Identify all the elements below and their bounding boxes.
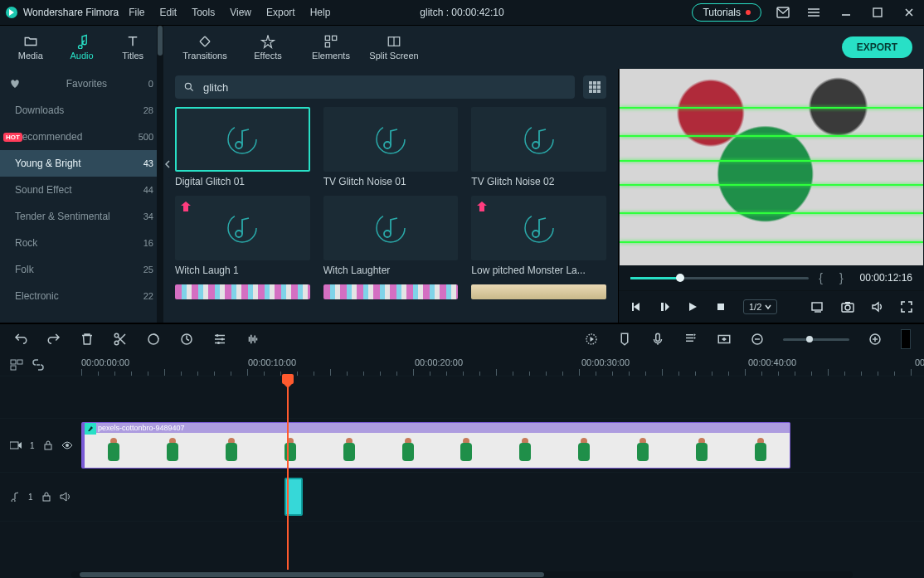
stop-icon[interactable] <box>715 301 727 313</box>
tab-elements[interactable]: Elements <box>301 34 361 61</box>
category-count: 25 <box>143 265 153 274</box>
asset-partial[interactable] <box>471 284 606 299</box>
window-close-icon[interactable] <box>899 2 919 22</box>
render-icon[interactable] <box>584 332 599 347</box>
play-pause-icon[interactable] <box>659 301 670 313</box>
prev-frame-icon[interactable] <box>630 301 642 313</box>
menu-tools[interactable]: Tools <box>192 7 215 18</box>
category-item[interactable]: Sound Effect44 <box>0 177 163 203</box>
category-item[interactable]: Rock16 <box>0 230 163 256</box>
asset-item[interactable]: Digital Glitch 01 <box>175 107 310 187</box>
undo-icon[interactable] <box>13 332 28 347</box>
menu-view[interactable]: View <box>230 7 251 18</box>
download-badge-icon <box>180 201 192 212</box>
app-name: Wondershare Filmora <box>23 7 119 18</box>
window-minimize-icon[interactable] <box>836 2 856 22</box>
timeline-ruler[interactable]: 00:00:00:0000:00:10:0000:00:20:0000:00:3… <box>81 354 924 376</box>
category-item[interactable]: Young & Bright43 <box>0 150 163 177</box>
sidebar-scrollbar[interactable] <box>157 26 163 323</box>
tab-titles[interactable]: Titles <box>107 34 158 61</box>
mark-in-out-icon[interactable]: { } <box>819 271 849 284</box>
category-count: 43 <box>143 158 153 168</box>
search-input[interactable] <box>202 80 567 95</box>
crop-icon[interactable] <box>146 332 161 347</box>
preview-zoom-select[interactable]: 1/2 <box>743 299 777 314</box>
ruler-mark: 00:00:10:00 <box>248 357 296 367</box>
collapse-sidebar-icon[interactable] <box>163 150 171 178</box>
audio-wave-icon[interactable] <box>246 332 260 347</box>
svg-rect-33 <box>661 303 664 311</box>
manage-tracks-icon[interactable] <box>10 359 23 371</box>
record-voiceover-icon[interactable] <box>650 332 665 347</box>
category-item[interactable]: HOTRecommended500 <box>0 124 163 150</box>
asset-thumb <box>323 107 459 172</box>
grid-view-icon[interactable] <box>583 75 606 99</box>
timeline-tool-divider[interactable] <box>901 329 911 349</box>
asset-item[interactable]: Witch Laughter <box>323 196 459 276</box>
mail-icon[interactable] <box>773 2 793 22</box>
link-icon[interactable] <box>32 359 45 371</box>
tab-audio[interactable]: Audio <box>56 34 108 61</box>
asset-item[interactable]: Low pitched Monster La... <box>471 196 606 276</box>
category-label: Tender & Sentimental <box>15 211 110 222</box>
asset-partial[interactable] <box>175 284 310 299</box>
category-item[interactable]: Downloads28 <box>0 97 163 124</box>
split-icon[interactable] <box>113 332 128 347</box>
svg-rect-11 <box>589 81 592 85</box>
ruler-mark: 00:00:20:00 <box>415 357 463 367</box>
seek-slider[interactable] <box>630 277 809 279</box>
category-item[interactable]: Electronic22 <box>0 283 163 309</box>
export-button[interactable]: EXPORT <box>842 36 912 58</box>
track-spacer <box>0 376 924 418</box>
zoom-out-icon[interactable] <box>750 332 765 347</box>
adjust-icon[interactable] <box>212 332 227 347</box>
asset-partial[interactable] <box>323 284 459 299</box>
mixer-icon[interactable] <box>683 332 698 347</box>
hot-badge: HOT <box>3 133 22 142</box>
playhead[interactable] <box>287 376 289 570</box>
tab-split-screen[interactable]: Split Screen <box>364 34 424 61</box>
asset-item[interactable]: TV Glitch Noise 01 <box>323 107 459 187</box>
timeline-zoom-slider[interactable] <box>783 338 849 341</box>
menu-file[interactable]: File <box>129 7 144 18</box>
snapshot-icon[interactable] <box>841 301 854 313</box>
fullscreen-icon[interactable] <box>901 301 912 313</box>
video-track-icon <box>10 440 22 450</box>
menu-edit[interactable]: Edit <box>160 7 178 18</box>
play-icon[interactable] <box>687 301 698 313</box>
marker-icon[interactable] <box>617 332 632 347</box>
tutorials-button[interactable]: Tutorials <box>692 3 761 22</box>
category-item[interactable]: Folk25 <box>0 256 163 283</box>
track-lock-icon[interactable] <box>43 440 53 450</box>
zoom-in-icon[interactable] <box>868 332 883 347</box>
tab-transitions[interactable]: Transitions <box>175 34 235 61</box>
tab-media[interactable]: Media <box>5 34 56 61</box>
category-item[interactable]: Tender & Sentimental34 <box>0 203 163 230</box>
menu-help[interactable]: Help <box>310 7 331 18</box>
keyframe-icon[interactable] <box>717 332 732 347</box>
asset-item[interactable]: TV Glitch Noise 02 <box>471 107 606 187</box>
track-visible-icon[interactable] <box>61 440 73 450</box>
list-icon[interactable] <box>805 2 824 22</box>
redo-icon[interactable] <box>46 332 61 347</box>
timeline-hscroll[interactable] <box>0 570 924 578</box>
svg-rect-53 <box>11 366 16 370</box>
menu-export[interactable]: Export <box>266 7 295 18</box>
track-mute-icon[interactable] <box>60 492 71 502</box>
window-maximize-icon[interactable] <box>868 2 888 22</box>
svg-rect-15 <box>593 85 596 89</box>
volume-icon[interactable] <box>871 301 884 313</box>
category-item[interactable]: Favorites0 <box>0 70 163 97</box>
preview-viewport[interactable] <box>620 62 923 265</box>
svg-rect-5 <box>873 8 882 17</box>
quality-icon[interactable] <box>811 301 824 313</box>
asset-item[interactable]: Witch Laugh 1 <box>175 196 310 276</box>
svg-rect-8 <box>325 43 329 47</box>
svg-rect-38 <box>845 302 850 304</box>
menubar: File Edit Tools View Export Help <box>129 7 330 18</box>
tab-effects[interactable]: Effects <box>238 34 298 61</box>
video-clip[interactable]: pexels-cottonbro-9489407 <box>81 422 790 469</box>
track-lock-icon[interactable] <box>41 492 51 502</box>
delete-icon[interactable] <box>80 332 95 347</box>
speed-icon[interactable] <box>179 332 194 347</box>
